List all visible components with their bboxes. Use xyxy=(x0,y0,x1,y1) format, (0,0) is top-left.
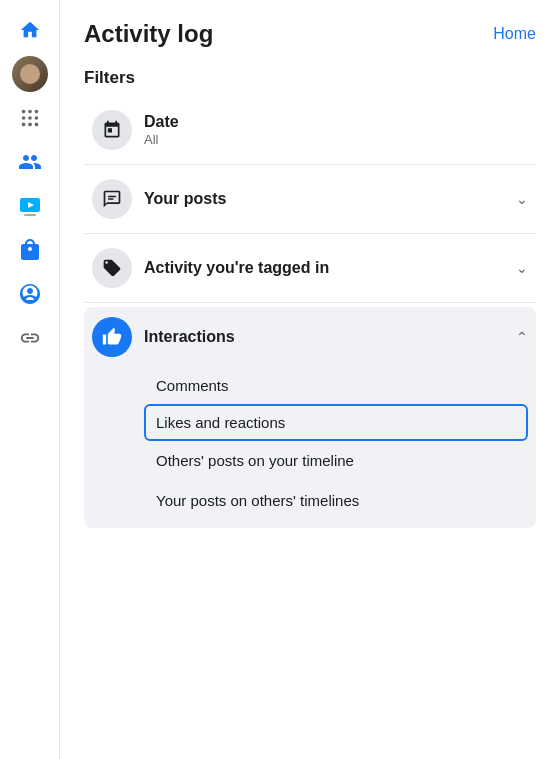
interactions-sub-items: Comments Likes and reactions Others' pos… xyxy=(84,367,536,528)
sidebar-item-avatar[interactable] xyxy=(10,54,50,94)
sidebar-item-friends[interactable] xyxy=(10,142,50,182)
interactions-label-text: Interactions xyxy=(144,328,516,346)
sidebar-item-marketplace[interactable] xyxy=(10,230,50,270)
svg-rect-13 xyxy=(108,198,114,200)
svg-rect-12 xyxy=(108,196,116,198)
sidebar-item-home[interactable] xyxy=(10,10,50,50)
filter-date[interactable]: Date All xyxy=(84,100,536,160)
divider-2 xyxy=(84,233,536,234)
filters-label: Filters xyxy=(84,68,536,88)
sub-item-likes-reactions[interactable]: Likes and reactions xyxy=(144,404,528,441)
sub-item-your-posts-others[interactable]: Your posts on others' timelines xyxy=(144,481,528,521)
tag-icon xyxy=(92,248,132,288)
main-content: Activity log Home Filters Date All Your … xyxy=(60,0,560,759)
svg-point-7 xyxy=(28,123,32,127)
sidebar-item-groups[interactable] xyxy=(10,274,50,314)
svg-point-4 xyxy=(28,116,32,120)
svg-point-5 xyxy=(34,116,38,120)
page-title: Activity log xyxy=(84,20,213,48)
svg-point-6 xyxy=(21,123,25,127)
posts-icon xyxy=(92,179,132,219)
filter-your-posts-text: Your posts xyxy=(144,190,516,208)
filter-your-posts[interactable]: Your posts ⌄ xyxy=(84,169,536,229)
divider-1 xyxy=(84,164,536,165)
sidebar-item-menu[interactable] xyxy=(10,98,50,138)
filter-activity-tagged-text: Activity you're tagged in xyxy=(144,259,516,277)
calendar-icon xyxy=(92,110,132,150)
home-link[interactable]: Home xyxy=(493,25,536,43)
svg-point-0 xyxy=(21,110,25,114)
thumbs-up-icon xyxy=(92,317,132,357)
svg-point-2 xyxy=(34,110,38,114)
page-header: Activity log Home xyxy=(84,20,536,48)
filter-interactions[interactable]: Interactions ⌃ xyxy=(84,307,536,367)
sub-item-others-posts-timeline[interactable]: Others' posts on your timeline xyxy=(144,441,528,481)
sidebar-item-watch[interactable] xyxy=(10,186,50,226)
sidebar-item-link[interactable] xyxy=(10,318,50,358)
filter-date-text: Date All xyxy=(144,113,528,147)
svg-rect-11 xyxy=(24,214,36,216)
activity-tagged-chevron: ⌄ xyxy=(516,260,528,276)
svg-point-3 xyxy=(21,116,25,120)
interactions-chevron: ⌃ xyxy=(516,329,528,345)
svg-point-1 xyxy=(28,110,32,114)
sidebar xyxy=(0,0,60,759)
divider-3 xyxy=(84,302,536,303)
your-posts-chevron: ⌄ xyxy=(516,191,528,207)
sub-item-comments[interactable]: Comments xyxy=(144,367,528,404)
svg-point-8 xyxy=(34,123,38,127)
interactions-section: Interactions ⌃ Comments Likes and reacti… xyxy=(84,307,536,528)
filter-activity-tagged[interactable]: Activity you're tagged in ⌄ xyxy=(84,238,536,298)
